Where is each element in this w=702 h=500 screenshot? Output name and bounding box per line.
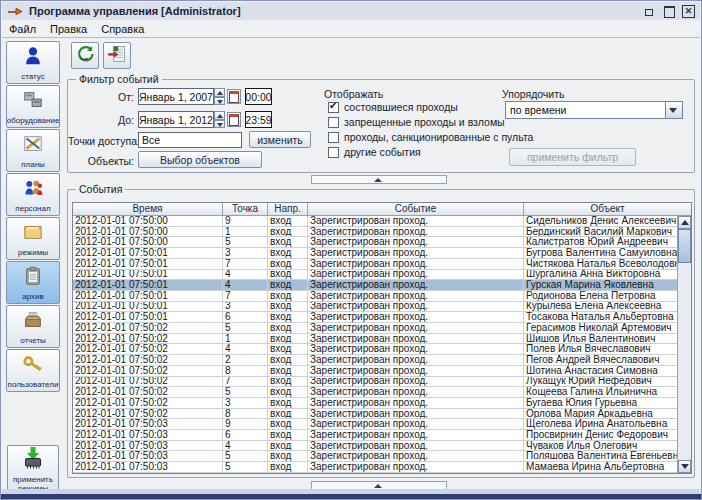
column-header-point[interactable]: Точка [223,203,268,216]
table-cell: Зарегистрирован проход. [308,259,524,269]
table-row[interactable]: 2012-01-01 07:50:021входЗарегистрирован … [73,334,677,345]
sidebar-item-plans[interactable]: планы [6,129,60,172]
table-cell: 2012-01-01 07:50:03 [73,462,223,472]
apply-filter-button[interactable]: применить фильтр [509,148,636,166]
table-cell: вход [268,248,308,258]
table-row[interactable]: 2012-01-01 07:50:017входЗарегистрирован … [73,291,677,302]
from-date-field[interactable]: Январь 1, 2007 [138,88,214,105]
table-scrollbar[interactable] [677,216,691,473]
table-cell: Зарегистрирован проход. [308,248,524,258]
scroll-up-icon[interactable] [678,216,691,229]
table-row[interactable]: 2012-01-01 07:50:036входЗарегистрирован … [73,430,677,441]
table-cell: Зарегистрирован проход. [308,451,524,461]
table-row[interactable]: 2012-01-01 07:50:016входЗарегистрирован … [73,312,677,323]
table-cell: вход [268,323,308,333]
export-button[interactable] [103,42,131,69]
sidebar-item-personnel[interactable]: персонал [6,173,60,216]
table-cell: 8 [223,409,268,419]
filter-group-title: Фильтр событий [76,73,162,85]
column-header-event[interactable]: Событие [308,203,524,216]
table-row[interactable]: 2012-01-01 07:50:022входЗарегистрирован … [73,355,677,366]
table-row[interactable]: 2012-01-01 07:50:009входЗарегистрирован … [73,216,677,227]
table-cell: вход [268,312,308,322]
table-row[interactable]: 2012-01-01 07:50:034входЗарегистрирован … [73,441,677,452]
scrollbar-thumb[interactable] [678,229,691,263]
table-row[interactable]: 2012-01-01 07:50:028входЗарегистрирован … [73,409,677,420]
objects-label: Объекты: [68,155,134,167]
sidebar-item-equipment[interactable]: оборудование [6,85,60,128]
table-row[interactable]: 2012-01-01 07:50:035входЗарегистрирован … [73,451,677,462]
column-header-object[interactable]: Объект [524,203,691,216]
table-cell: вход [268,441,308,451]
table-row[interactable]: 2012-01-01 07:50:014входЗарегистрирован … [73,270,677,281]
table-row[interactable]: 2012-01-01 07:50:025входЗарегистрирован … [73,323,677,334]
table-cell: 2012-01-01 07:50:02 [73,366,223,376]
table-row[interactable]: 2012-01-01 07:50:017входЗарегистрирован … [73,259,677,270]
table-row[interactable]: 2012-01-01 07:50:025входЗарегистрирован … [73,387,677,398]
table-row[interactable]: 2012-01-01 07:50:001входЗарегистрирован … [73,227,677,238]
change-button[interactable]: изменить [249,131,311,148]
sidebar-item-archive[interactable]: архив [6,261,60,304]
checkbox-icon[interactable] [328,117,339,128]
menu-help[interactable]: Справка [101,23,144,35]
to-date-spinner[interactable] [214,111,225,128]
sidebar-item-reports[interactable]: отчеты [6,305,60,348]
from-date-spinner[interactable] [214,88,225,105]
table-cell: 2012-01-01 07:50:03 [73,451,223,461]
maximize-button[interactable] [662,4,677,18]
table-row[interactable]: 2012-01-01 07:50:028входЗарегистрирован … [73,366,677,377]
to-time-field[interactable]: 23:59 [245,111,272,128]
order-dropdown[interactable]: по времени [505,101,683,119]
table-cell: вход [268,227,308,237]
from-time-field[interactable]: 00:00 [245,88,272,105]
from-calendar-button[interactable] [227,89,241,104]
checkbox-icon[interactable] [328,132,339,143]
table-cell: 4 [223,270,268,280]
table-cell: 2012-01-01 07:50:02 [73,334,223,344]
checkbox-console[interactable]: проходы, санкционированные с пульта [328,131,533,143]
table-cell: Зарегистрирован проход. [308,387,524,397]
chevron-down-icon[interactable] [665,102,682,118]
table-row[interactable]: 2012-01-01 07:50:005входЗарегистрирован … [73,237,677,248]
table-row[interactable]: 2012-01-01 07:50:023входЗарегистрирован … [73,398,677,409]
access-points-field[interactable]: Все [138,132,242,148]
checkbox-icon[interactable] [328,102,339,113]
column-header-direction[interactable]: Напр. [268,203,308,216]
menu-file[interactable]: Файл [9,23,36,35]
table-row[interactable]: 2012-01-01 07:50:013входЗарегистрирован … [73,302,677,313]
table-row[interactable]: 2012-01-01 07:50:024входЗарегистрирован … [73,344,677,355]
table-row[interactable]: 2012-01-01 07:50:039входЗарегистрирован … [73,419,677,430]
table-cell: 2012-01-01 07:50:02 [73,377,223,387]
table-row[interactable]: 2012-01-01 07:50:013входЗарегистрирован … [73,248,677,259]
sidebar-item-modes[interactable]: режимы [6,217,60,260]
table-cell: Зарегистрирован проход. [308,344,524,354]
to-date-field[interactable]: Январь 1, 2012 [138,111,214,128]
calendar-icon [229,91,239,103]
column-header-time[interactable]: Время [73,203,223,216]
sidebar-item-status[interactable]: статус [6,41,60,84]
checkbox-denied[interactable]: запрещенные проходы и взломы [328,116,505,128]
box-report-icon [22,308,44,336]
select-objects-button[interactable]: Выбор объектов [138,151,262,168]
table-row[interactable]: 2012-01-01 07:50:014входЗарегистрирован … [73,280,677,291]
table-cell: Шургалина Анна Викторовна [524,270,677,280]
menu-edit[interactable]: Правка [50,23,87,35]
checkbox-passes[interactable]: состоявшиеся проходы [328,101,458,113]
splitter-collapse-top[interactable] [311,175,447,184]
table-cell: 2012-01-01 07:50:01 [73,248,223,258]
checkbox-icon[interactable] [328,147,339,158]
scroll-down-icon[interactable] [678,460,691,473]
close-button[interactable]: ✕ [681,4,696,18]
table-cell: вход [268,387,308,397]
table-cell: вход [268,302,308,312]
refresh-button[interactable] [71,42,99,69]
apply-modes-button[interactable]: применить режимы [7,445,59,492]
to-calendar-button[interactable] [227,112,241,127]
key-icon [22,352,44,380]
table-cell: 9 [223,216,268,226]
table-row[interactable]: 2012-01-01 07:50:027входЗарегистрирован … [73,377,677,388]
checkbox-other[interactable]: другие события [328,146,421,158]
minimize-button[interactable] [643,4,658,18]
table-row[interactable]: 2012-01-01 07:50:035входЗарегистрирован … [73,462,677,473]
sidebar-item-users[interactable]: пользователи [6,349,60,392]
